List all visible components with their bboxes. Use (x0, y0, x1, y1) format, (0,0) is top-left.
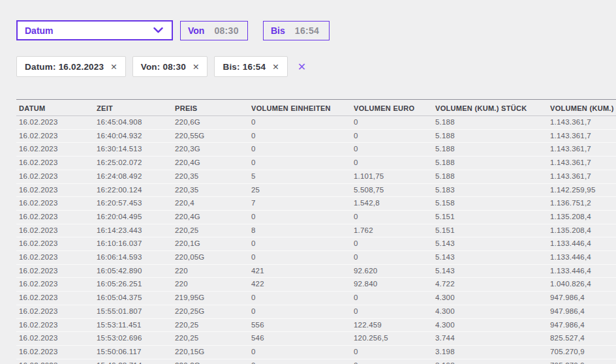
cell: 0 (249, 129, 351, 143)
column-header: PREIS (172, 100, 249, 116)
cell: 5.188 (433, 116, 547, 130)
datum-dropdown-label: Datum (25, 25, 54, 36)
table-row: 16.02.202316:30:14.513220,3G005.1881.143… (16, 143, 616, 157)
cell: 220 (172, 264, 249, 278)
cell: 1.762 (351, 224, 433, 237)
cell: 16.02.2023 (16, 210, 94, 224)
cell: 220,4 (172, 197, 249, 211)
cell: 16:05:04.375 (94, 292, 172, 305)
cell: 0 (249, 345, 351, 359)
cell: 705.270,9 (547, 359, 616, 364)
cell: 0 (249, 305, 351, 318)
table-row: 16.02.202315:53:11.451220,25556122.4594.… (16, 318, 616, 332)
cell: 1.133.446,4 (547, 237, 616, 251)
cell: 5.188 (433, 170, 547, 183)
cell: 220,4G (172, 157, 249, 170)
cell: 16:05:26.251 (94, 278, 172, 292)
cell: 92.620 (351, 264, 433, 278)
column-header: VOLUMEN (KUM.) STÜCK (433, 100, 547, 116)
close-icon[interactable]: ✕ (272, 62, 279, 72)
cell: 0 (351, 143, 433, 157)
cell: 16.02.2023 (16, 278, 94, 292)
cell: 1.542,8 (351, 197, 433, 211)
cell: 1.143.361,7 (547, 170, 616, 183)
von-time-input[interactable]: Von 08:30 (180, 21, 248, 40)
close-icon[interactable]: ✕ (110, 62, 117, 72)
datum-dropdown[interactable]: Datum (16, 20, 173, 40)
cell: 220,4G (172, 210, 249, 224)
cell: 220,2G (172, 359, 249, 364)
cell: 220,3G (172, 143, 249, 157)
cell: 220,1G (172, 237, 249, 251)
active-filter-chips: Datum: 16.02.2023 ✕ Von: 08:30 ✕ Bis: 16… (16, 56, 306, 77)
cell: 5.183 (433, 183, 547, 197)
filter-chip-bis[interactable]: Bis: 16:54 ✕ (214, 56, 287, 77)
cell: 16.02.2023 (16, 332, 94, 346)
cell: 16:05:42.890 (94, 264, 172, 278)
cell: 0 (351, 237, 433, 251)
table-row: 16.02.202316:20:04.495220,4G005.1511.135… (16, 210, 616, 224)
cell: 5.143 (433, 251, 547, 265)
column-header: ZEIT (94, 100, 172, 116)
filter-controls: Datum Von 08:30 Bis 16:54 (16, 20, 330, 40)
cell: 25 (249, 183, 351, 197)
cell: 16.02.2023 (16, 224, 94, 237)
cell: 0 (351, 292, 433, 305)
cell: 16:10:16.037 (94, 237, 172, 251)
cell: 3.198 (433, 345, 547, 359)
cell: 16.02.2023 (16, 170, 94, 183)
column-header: VOLUMEN (KUM.) EURO (547, 100, 616, 116)
table-row: 16.02.202316:14:23.443220,2581.7625.1511… (16, 224, 616, 237)
cell: 5.143 (433, 264, 547, 278)
filter-chip-bis-label: Bis: 16:54 (223, 62, 266, 72)
cell: 5.188 (433, 143, 547, 157)
cell: 16.02.2023 (16, 116, 94, 130)
cell: 16.02.2023 (16, 129, 94, 143)
cell: 1.135.208,4 (547, 224, 616, 237)
cell: 15:49:28.714 (94, 359, 172, 364)
close-icon[interactable]: ✕ (192, 62, 199, 72)
cell: 5.151 (433, 224, 547, 237)
table-row: 16.02.202316:40:04.932220,55G005.1881.14… (16, 129, 616, 143)
cell: 220,15G (172, 345, 249, 359)
trade-table-container: DATUMZEITPREISVOLUMEN EINHEITENVOLUMEN E… (16, 99, 616, 364)
cell: 1.135.208,4 (547, 210, 616, 224)
bis-time-input[interactable]: Bis 16:54 (263, 21, 330, 40)
cell: 16:20:04.495 (94, 210, 172, 224)
cell: 1.143.361,7 (547, 129, 616, 143)
cell: 947.986,4 (547, 305, 616, 318)
cell: 947.986,4 (547, 292, 616, 305)
cell: 16:25:02.072 (94, 157, 172, 170)
cell: 1.101,75 (351, 170, 433, 183)
cell: 1.136.751,2 (547, 197, 616, 211)
filter-chip-datum[interactable]: Datum: 16.02.2023 ✕ (16, 56, 126, 77)
filter-chip-datum-label: Datum: 16.02.2023 (25, 62, 104, 72)
filter-chip-von[interactable]: Von: 08:30 ✕ (132, 56, 208, 77)
cell: 122.459 (351, 318, 433, 332)
clear-all-filters-button[interactable]: ✕ (298, 61, 306, 73)
bis-label: Bis (271, 25, 285, 36)
table-row: 16.02.202316:05:04.375219,95G004.300947.… (16, 292, 616, 305)
cell: 220,6G (172, 116, 249, 130)
cell: 220 (172, 278, 249, 292)
von-label: Von (188, 25, 204, 36)
cell: 16.02.2023 (16, 292, 94, 305)
cell: 0 (351, 129, 433, 143)
table-row: 16.02.202316:20:57.453220,471.542,85.158… (16, 197, 616, 211)
table-row: 16.02.202316:10:16.037220,1G005.1431.133… (16, 237, 616, 251)
cell: 220,25 (172, 332, 249, 346)
cell: 7 (249, 197, 351, 211)
cell: 4.300 (433, 318, 547, 332)
cell: 1.143.361,7 (547, 116, 616, 130)
cell: 556 (249, 318, 351, 332)
table-row: 16.02.202316:06:14.593220,05G005.1431.13… (16, 251, 616, 265)
cell: 5 (249, 170, 351, 183)
cell: 16:45:04.908 (94, 116, 172, 130)
filter-chip-von-label: Von: 08:30 (141, 62, 186, 72)
table-row: 16.02.202315:49:28.714220,2G003.198705.2… (16, 359, 616, 364)
cell: 92.840 (351, 278, 433, 292)
cell: 422 (249, 278, 351, 292)
cell: 5.143 (433, 237, 547, 251)
cell: 0 (351, 157, 433, 170)
column-header: DATUM (16, 100, 94, 116)
